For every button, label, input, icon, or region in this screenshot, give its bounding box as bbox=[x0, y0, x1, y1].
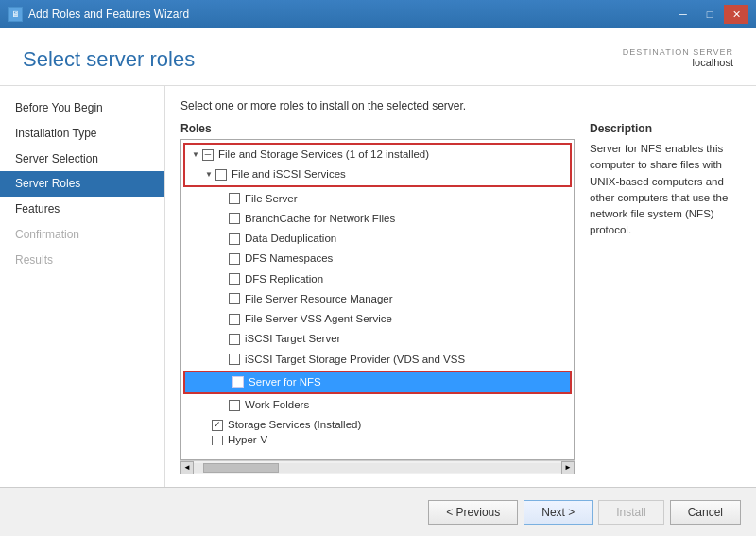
sidebar-item-before-you-begin[interactable]: Before You Begin bbox=[0, 95, 164, 121]
previous-button[interactable]: < Previous bbox=[428, 500, 518, 525]
role-work-folders[interactable]: Work Folders bbox=[181, 395, 574, 415]
sidebar-item-confirmation: Confirmation bbox=[0, 222, 164, 248]
spacer-iscsi-target-server bbox=[215, 333, 229, 346]
checkbox-iscsi-target-provider[interactable] bbox=[229, 354, 240, 365]
label-iscsi-target-server: iSCSI Target Server bbox=[245, 331, 340, 347]
checkbox-file-server-resource[interactable] bbox=[229, 293, 240, 304]
checkbox-file-server[interactable] bbox=[229, 193, 240, 204]
main-content: Select one or more roles to install on t… bbox=[165, 86, 756, 487]
label-storage-services: Storage Services (Installed) bbox=[228, 417, 361, 433]
instruction-text: Select one or more roles to install on t… bbox=[180, 99, 741, 112]
role-data-dedup[interactable]: Data Deduplication bbox=[181, 229, 574, 249]
scroll-track[interactable] bbox=[194, 463, 561, 473]
spacer-iscsi-target-provider bbox=[215, 353, 229, 366]
roles-panel: Roles ▼ File and Storage Services (1 of … bbox=[180, 122, 575, 474]
sidebar-item-server-roles[interactable]: Server Roles bbox=[0, 171, 164, 197]
install-button[interactable]: Install bbox=[598, 500, 663, 525]
next-button[interactable]: Next > bbox=[524, 500, 593, 525]
server-name: localhost bbox=[623, 57, 733, 68]
scroll-left-button[interactable]: ◄ bbox=[180, 461, 194, 475]
description-text: Server for NFS enables this computer to … bbox=[590, 141, 741, 239]
role-file-storage[interactable]: ▼ File and Storage Services (1 of 12 ins… bbox=[185, 145, 570, 164]
role-file-server-vss[interactable]: File Server VSS Agent Service bbox=[181, 309, 574, 329]
roles-header: Roles bbox=[180, 122, 575, 135]
sidebar-item-installation-type[interactable]: Installation Type bbox=[0, 121, 164, 147]
spacer-file-server-resource bbox=[215, 292, 229, 305]
window-body: Select server roles DESTINATION SERVER l… bbox=[0, 28, 756, 536]
spacer-dfs-namespaces bbox=[215, 252, 229, 266]
header-area: Select server roles DESTINATION SERVER l… bbox=[0, 28, 756, 86]
checkbox-file-iscsi[interactable] bbox=[215, 169, 227, 181]
close-button[interactable]: ✕ bbox=[724, 5, 748, 24]
label-data-dedup: Data Deduplication bbox=[245, 231, 336, 247]
destination-server-info: DESTINATION SERVER localhost bbox=[623, 47, 733, 68]
roles-list-container[interactable]: ▼ File and Storage Services (1 of 12 ins… bbox=[180, 139, 575, 460]
content-area: Before You Begin Installation Type Serve… bbox=[0, 86, 756, 487]
checkbox-iscsi-target-server[interactable] bbox=[229, 334, 240, 345]
sidebar-item-features[interactable]: Features bbox=[0, 197, 164, 222]
scroll-right-button[interactable]: ► bbox=[561, 461, 575, 475]
label-iscsi-target-provider: iSCSI Target Storage Provider (VDS and V… bbox=[245, 352, 465, 368]
file-storage-group-highlight: ▼ File and Storage Services (1 of 12 ins… bbox=[183, 143, 572, 187]
destination-label: DESTINATION SERVER bbox=[623, 47, 733, 57]
scroll-thumb[interactable] bbox=[203, 463, 279, 473]
role-file-iscsi[interactable]: ▼ File and iSCSI Services bbox=[185, 164, 570, 184]
app-icon: 🖥 bbox=[8, 7, 23, 22]
sidebar: Before You Begin Installation Type Serve… bbox=[0, 86, 165, 487]
label-work-folders: Work Folders bbox=[245, 397, 309, 413]
description-panel: Description Server for NFS enables this … bbox=[590, 122, 741, 474]
minimize-button[interactable]: ─ bbox=[671, 5, 696, 24]
checkbox-file-server-vss[interactable] bbox=[229, 314, 240, 325]
checkbox-storage-services[interactable] bbox=[212, 420, 223, 431]
spacer-work-folders bbox=[215, 399, 229, 412]
checkbox-dfs-namespaces[interactable] bbox=[229, 253, 240, 265]
arrow-file-storage: ▼ bbox=[189, 148, 202, 162]
role-iscsi-target-server[interactable]: iSCSI Target Server bbox=[181, 329, 574, 349]
role-server-for-nfs[interactable]: Server for NFS bbox=[185, 372, 570, 392]
spacer-dfs-replication bbox=[215, 272, 229, 285]
cancel-button[interactable]: Cancel bbox=[670, 500, 741, 525]
description-header: Description bbox=[590, 122, 741, 135]
checkbox-dfs-replication[interactable] bbox=[229, 273, 240, 285]
role-partial[interactable]: Hyper-V bbox=[181, 436, 574, 445]
checkbox-partial[interactable] bbox=[212, 436, 223, 445]
spacer-server-for-nfs bbox=[219, 375, 232, 389]
roles-section: Roles ▼ File and Storage Services (1 of … bbox=[180, 122, 741, 474]
sidebar-item-server-selection[interactable]: Server Selection bbox=[0, 147, 164, 172]
role-iscsi-target-provider[interactable]: iSCSI Target Storage Provider (VDS and V… bbox=[181, 350, 574, 370]
sidebar-item-results: Results bbox=[0, 248, 164, 273]
spacer-partial bbox=[198, 436, 212, 445]
arrow-file-iscsi: ▼ bbox=[202, 168, 215, 182]
label-server-for-nfs: Server for NFS bbox=[249, 374, 321, 390]
label-file-server: File Server bbox=[245, 191, 298, 207]
checkbox-branchcache[interactable] bbox=[229, 213, 240, 224]
checkbox-data-dedup[interactable] bbox=[229, 233, 240, 245]
window-controls: ─ □ ✕ bbox=[671, 5, 748, 24]
role-file-server[interactable]: File Server bbox=[181, 189, 574, 209]
role-dfs-namespaces[interactable]: DFS Namespaces bbox=[181, 249, 574, 268]
label-dfs-replication: DFS Replication bbox=[245, 271, 323, 287]
spacer-storage-services bbox=[198, 419, 212, 432]
label-dfs-namespaces: DFS Namespaces bbox=[245, 251, 333, 267]
spacer-data-dedup bbox=[215, 233, 229, 246]
checkbox-file-storage[interactable] bbox=[202, 149, 214, 161]
role-file-server-resource[interactable]: File Server Resource Manager bbox=[181, 289, 574, 309]
checkbox-server-for-nfs[interactable] bbox=[232, 376, 244, 388]
maximize-button[interactable]: □ bbox=[697, 5, 722, 24]
title-bar-left: 🖥 Add Roles and Features Wizard bbox=[8, 7, 189, 22]
role-branchcache[interactable]: BranchCache for Network Files bbox=[181, 209, 574, 229]
footer: < Previous Next > Install Cancel bbox=[0, 487, 756, 536]
roles-list[interactable]: ▼ File and Storage Services (1 of 12 ins… bbox=[181, 140, 574, 459]
role-storage-services[interactable]: Storage Services (Installed) bbox=[181, 415, 574, 435]
label-file-server-vss: File Server VSS Agent Service bbox=[245, 311, 392, 327]
label-branchcache: BranchCache for Network Files bbox=[245, 211, 395, 227]
window-title: Add Roles and Features Wizard bbox=[28, 8, 189, 21]
spacer-file-server bbox=[215, 192, 229, 205]
checkbox-work-folders[interactable] bbox=[229, 400, 240, 411]
page-title: Select server roles bbox=[23, 47, 195, 72]
role-dfs-replication[interactable]: DFS Replication bbox=[181, 269, 574, 289]
title-bar: 🖥 Add Roles and Features Wizard ─ □ ✕ bbox=[0, 0, 756, 28]
label-partial: Hyper-V bbox=[228, 436, 267, 445]
nfs-highlight-box: Server for NFS bbox=[183, 371, 572, 394]
horizontal-scrollbar[interactable]: ◄ ► bbox=[180, 460, 575, 474]
